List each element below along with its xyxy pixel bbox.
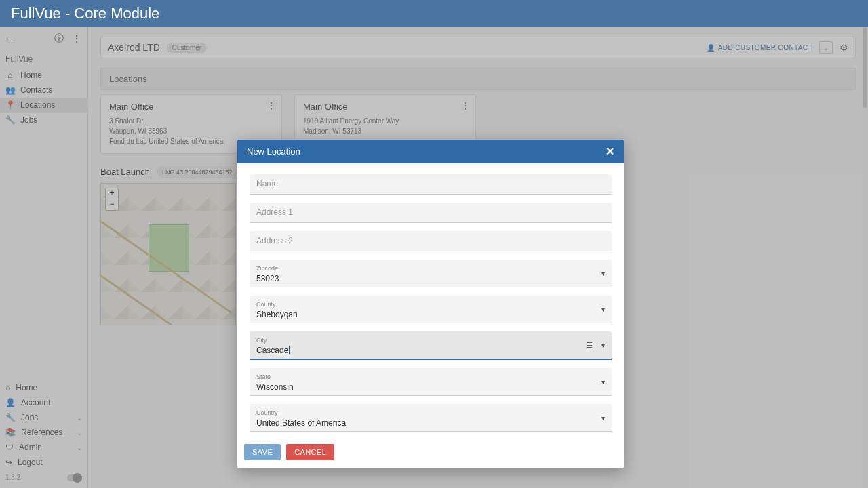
dialog-title: New Location [247,146,300,157]
state-value: Wisconsin [256,382,294,392]
app-title: FullVue - Core Module [11,5,159,22]
state-field[interactable]: State Wisconsin ▾ [250,368,612,396]
cancel-button[interactable]: CANCEL [286,444,334,460]
city-field[interactable]: City Cascade ☰ ▾ [250,331,612,360]
zipcode-field[interactable]: Zipcode 53023 ▾ [250,260,612,287]
text-cursor [289,346,290,354]
close-icon[interactable]: ✕ [606,145,614,158]
chevron-down-icon[interactable]: ▾ [601,306,605,313]
country-value: United States of America [256,418,346,428]
zipcode-label: Zipcode [256,265,605,272]
name-field[interactable]: Name [250,174,612,195]
save-button[interactable]: SAVE [244,444,281,460]
country-label: Country [256,409,605,416]
tune-icon[interactable]: ☰ [586,341,593,350]
county-value: Sheboygan [256,310,298,319]
county-label: County [256,301,605,308]
address2-placeholder: Address 2 [256,236,293,245]
country-field[interactable]: Country United States of America ▾ [250,404,612,432]
address1-field[interactable]: Address 1 [250,203,612,223]
address1-placeholder: Address 1 [256,207,293,217]
title-bar: FullVue - Core Module [0,0,868,27]
chevron-down-icon[interactable]: ▾ [601,342,605,349]
address2-field[interactable]: Address 2 [250,231,612,251]
zipcode-value: 53023 [256,274,279,283]
state-label: State [256,373,605,380]
name-placeholder: Name [256,179,278,188]
chevron-down-icon[interactable]: ▾ [601,270,605,277]
dialog-header: New Location ✕ [237,140,624,163]
county-field[interactable]: County Sheboygan ▾ [250,296,612,323]
city-value: Cascade [256,346,288,355]
chevron-down-icon[interactable]: ▾ [601,414,605,422]
chevron-down-icon[interactable]: ▾ [601,378,605,386]
new-location-dialog: New Location ✕ Name Address 1 Address 2 … [237,140,624,468]
city-label: City [256,337,605,344]
